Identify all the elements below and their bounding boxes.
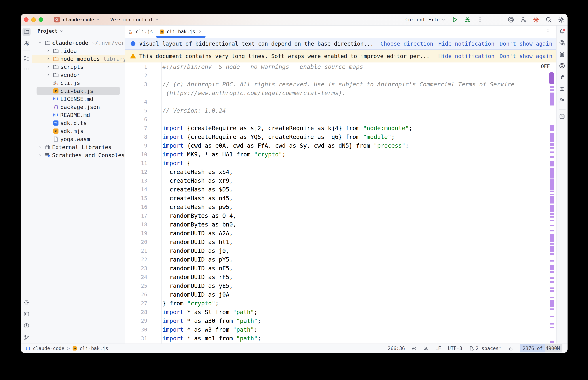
line-number[interactable]: 14 (125, 185, 147, 194)
line-number[interactable]: 23 (125, 264, 147, 273)
line-number[interactable]: 1 (125, 62, 147, 71)
line-number[interactable]: 12 (125, 168, 147, 176)
chevron-right-icon[interactable] (46, 57, 50, 61)
line-number[interactable]: 24 (125, 273, 147, 282)
editor-scrollbar-stripe[interactable] (549, 62, 555, 343)
line-number[interactable]: 27 (125, 299, 147, 308)
rail-button-quarter-logo-tool[interactable] (558, 74, 566, 82)
line-number[interactable]: 16 (125, 203, 147, 211)
line-number[interactable]: 11 (125, 159, 147, 168)
line-number[interactable]: 28 (125, 308, 147, 317)
line-number[interactable]: 31 (125, 334, 147, 343)
run-configuration-selector[interactable]: Current File (405, 17, 446, 22)
project-tree-item-package-json[interactable]: {}package.json (32, 103, 125, 111)
banner-link-hide-notification[interactable]: Hide notification (438, 40, 494, 47)
chevron-right-icon[interactable] (46, 73, 50, 77)
line-number[interactable]: 26 (125, 290, 147, 299)
banner-link-don-t-show-again[interactable]: Don't show again (500, 53, 552, 59)
line-number[interactable]: 13 (125, 176, 147, 185)
line-number[interactable]: 22 (125, 255, 147, 264)
project-tree-item-yoga-wasm[interactable]: yoga.wasm (32, 135, 125, 143)
line-number[interactable]: 20 (125, 238, 147, 247)
settings-button[interactable] (558, 17, 565, 23)
line-number[interactable]: 9 (125, 141, 147, 150)
chevron-right-icon[interactable] (46, 65, 50, 69)
line-number[interactable]: 2 (125, 71, 147, 80)
line-number[interactable]: 3 (125, 80, 147, 89)
line-number[interactable]: 21 (125, 247, 147, 255)
line-number[interactable]: 6 (125, 115, 147, 124)
rail-button-bot-tool[interactable] (558, 85, 566, 93)
rail-button-problems-tool[interactable] (22, 322, 31, 330)
breadcrumb-item[interactable]: cli-bak.js (80, 346, 108, 351)
rail-button-version-control-tool[interactable] (22, 334, 31, 342)
status-widget-indent-style[interactable]: 2 spaces* (469, 346, 502, 351)
line-number[interactable]: 18 (125, 220, 147, 229)
rail-button-structure-tool[interactable] (22, 55, 31, 63)
rail-button-database-tool[interactable] (558, 51, 566, 59)
project-tree-item-scratches-and-consoles[interactable]: Scratches and Consoles (32, 151, 125, 159)
breadcrumb-item[interactable]: claude-code (33, 346, 64, 351)
rail-button-more-tools[interactable] (22, 65, 31, 73)
line-number[interactable]: 4 (125, 97, 147, 106)
version-control-menu[interactable]: Version control (110, 17, 153, 22)
line-number[interactable]: 29 (125, 317, 147, 325)
project-tree-item-cli-js[interactable]: 10OJScli.js (32, 79, 125, 87)
scrollbar-thumb[interactable] (549, 72, 554, 84)
inspection-highlight-widget[interactable]: OFF (541, 63, 550, 69)
close-window-button[interactable] (24, 17, 28, 22)
project-tree-item-license-md[interactable]: MLICENSE.md (32, 95, 125, 103)
status-widget-memory-indicator[interactable]: 2376 of 4900M (520, 344, 563, 352)
close-tab-button[interactable] (198, 30, 202, 34)
chevron-right-icon[interactable] (38, 153, 42, 157)
project-tree-item-readme-md[interactable]: MREADME.md (32, 111, 125, 119)
rail-button-services-tool[interactable] (22, 299, 31, 307)
status-widget-file-encoding[interactable]: UTF-8 (448, 346, 462, 351)
editor-tab-cli-bak-js[interactable]: JScli-bak.js (156, 26, 206, 38)
project-tree-item-external-libraries[interactable]: External Libraries (32, 143, 125, 151)
rail-button-m-plugin-tool[interactable] (558, 113, 566, 121)
line-number[interactable]: 25 (125, 282, 147, 290)
project-panel-header[interactable]: Project (32, 26, 125, 37)
rail-button-notifications[interactable] (558, 28, 566, 36)
at-mention-button[interactable] (507, 17, 514, 23)
line-number[interactable]: 10 (125, 150, 147, 159)
banner-link-hide-notification[interactable]: Hide notification (438, 53, 494, 59)
chevron-down-icon[interactable] (38, 40, 42, 45)
chevron-right-icon[interactable] (38, 145, 42, 149)
line-number[interactable]: 15 (125, 194, 147, 203)
status-widget-code-vision-status[interactable] (424, 346, 428, 351)
line-number[interactable]: 8 (125, 133, 147, 141)
rail-button-ai-assistant[interactable] (558, 39, 566, 47)
code-with-me-button[interactable] (520, 17, 527, 23)
editor-tab-cli-js[interactable]: 10OJScli.js (125, 26, 156, 38)
rail-button-terminal-tool[interactable] (22, 310, 31, 319)
status-widget-copilot-status[interactable] (412, 346, 417, 351)
tab-list-menu-button[interactable] (545, 28, 551, 35)
rail-button-x-plugin-tool[interactable]: X (558, 62, 566, 70)
line-number[interactable]: 7 (125, 124, 147, 133)
project-name-menu[interactable]: claude-code (63, 17, 94, 22)
search-everywhere-button[interactable] (546, 17, 552, 23)
project-tree-item-claude-code[interactable]: claude-code~/.nvm/vers (32, 39, 125, 47)
status-widget-caret-position[interactable]: 266:36 (388, 346, 405, 351)
status-widget-line-separator[interactable]: LF (435, 346, 441, 351)
project-tree-item-sdk-d-ts[interactable]: TSsdk.d.ts (32, 119, 125, 127)
line-number[interactable]: 5 (125, 106, 147, 115)
project-tree-item-sdk-mjs[interactable]: JSsdk.mjs (32, 127, 125, 135)
run-button[interactable] (451, 17, 458, 23)
more-actions-button[interactable] (477, 17, 483, 23)
project-tree-item-vendor[interactable]: vendor (32, 71, 125, 79)
line-number[interactable]: 30 (125, 325, 147, 334)
project-avatar[interactable]: CC (54, 17, 60, 22)
minimize-window-button[interactable] (31, 17, 36, 22)
chevron-right-icon[interactable] (46, 49, 50, 53)
line-number[interactable]: 17 (125, 211, 147, 220)
project-tree-item-node-modules[interactable]: node_moduleslibrary (32, 55, 125, 63)
rail-button-project-tool[interactable] (22, 28, 31, 36)
project-tree-item-cli-bak-js[interactable]: JScli-bak.js (32, 87, 125, 95)
code-editor[interactable]: 1#!/usr/bin/env -S node --no-warnings --… (125, 62, 556, 343)
rail-button-learn-tool[interactable]: ? (22, 39, 31, 47)
banner-link-choose-direction[interactable]: Choose direction (380, 40, 433, 47)
status-widget-file-lock[interactable] (508, 346, 513, 351)
